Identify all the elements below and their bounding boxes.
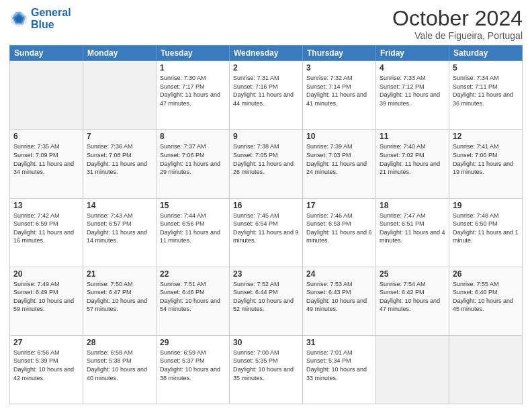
day-number: 5 bbox=[453, 63, 519, 73]
day-number: 7 bbox=[87, 132, 152, 141]
table-row: 22Sunrise: 7:51 AM Sunset: 6:46 PM Dayli… bbox=[157, 267, 230, 335]
table-row: 8Sunrise: 7:37 AM Sunset: 7:06 PM Daylig… bbox=[157, 130, 230, 198]
day-number: 26 bbox=[453, 269, 519, 279]
table-row: 3Sunrise: 7:32 AM Sunset: 7:14 PM Daylig… bbox=[303, 61, 376, 130]
title-block: October 2024 Vale de Figueira, Portugal bbox=[392, 7, 523, 41]
day-info: Sunrise: 6:56 AM Sunset: 5:39 PM Dayligh… bbox=[13, 349, 79, 382]
day-info: Sunrise: 7:44 AM Sunset: 6:56 PM Dayligh… bbox=[160, 212, 226, 245]
table-row: 11Sunrise: 7:40 AM Sunset: 7:02 PM Dayli… bbox=[376, 130, 449, 198]
logo: General Blue bbox=[9, 7, 71, 30]
day-number: 24 bbox=[306, 269, 372, 279]
table-row: 19Sunrise: 7:48 AM Sunset: 6:50 PM Dayli… bbox=[449, 198, 523, 267]
table-row: 24Sunrise: 7:53 AM Sunset: 6:43 PM Dayli… bbox=[303, 267, 376, 335]
week-row-1: 1Sunrise: 7:30 AM Sunset: 7:17 PM Daylig… bbox=[10, 61, 523, 130]
day-info: Sunrise: 7:47 AM Sunset: 6:51 PM Dayligh… bbox=[380, 212, 445, 245]
page: General Blue October 2024 Vale de Figuei… bbox=[0, 0, 532, 411]
day-info: Sunrise: 7:31 AM Sunset: 7:16 PM Dayligh… bbox=[233, 74, 299, 107]
day-info: Sunrise: 7:46 AM Sunset: 6:53 PM Dayligh… bbox=[306, 212, 372, 245]
day-info: Sunrise: 7:52 AM Sunset: 6:44 PM Dayligh… bbox=[233, 280, 299, 314]
day-number: 28 bbox=[87, 338, 152, 347]
day-number: 12 bbox=[453, 132, 519, 141]
header-sunday: Sunday bbox=[10, 46, 83, 61]
logo-text: General Blue bbox=[31, 7, 71, 30]
table-row: 30Sunrise: 7:00 AM Sunset: 5:35 PM Dayli… bbox=[230, 335, 303, 404]
day-number: 16 bbox=[233, 201, 299, 210]
day-number: 8 bbox=[160, 132, 226, 141]
day-info: Sunrise: 7:45 AM Sunset: 6:54 PM Dayligh… bbox=[233, 212, 299, 245]
table-row: 26Sunrise: 7:55 AM Sunset: 6:40 PM Dayli… bbox=[449, 267, 523, 335]
day-info: Sunrise: 7:34 AM Sunset: 7:11 PM Dayligh… bbox=[453, 74, 519, 107]
day-number: 18 bbox=[380, 201, 445, 210]
table-row: 15Sunrise: 7:44 AM Sunset: 6:56 PM Dayli… bbox=[157, 198, 230, 267]
day-info: Sunrise: 7:33 AM Sunset: 7:12 PM Dayligh… bbox=[380, 74, 445, 107]
day-info: Sunrise: 7:53 AM Sunset: 6:43 PM Dayligh… bbox=[306, 280, 372, 314]
day-number: 17 bbox=[306, 201, 372, 210]
week-row-3: 13Sunrise: 7:42 AM Sunset: 6:59 PM Dayli… bbox=[10, 198, 523, 267]
day-info: Sunrise: 7:51 AM Sunset: 6:46 PM Dayligh… bbox=[160, 280, 226, 314]
day-info: Sunrise: 7:36 AM Sunset: 7:08 PM Dayligh… bbox=[87, 142, 152, 176]
day-info: Sunrise: 6:59 AM Sunset: 5:37 PM Dayligh… bbox=[160, 349, 226, 382]
table-row bbox=[83, 61, 157, 130]
week-row-5: 27Sunrise: 6:56 AM Sunset: 5:39 PM Dayli… bbox=[10, 335, 523, 404]
calendar-subtitle: Vale de Figueira, Portugal bbox=[392, 30, 523, 41]
table-row: 20Sunrise: 7:49 AM Sunset: 6:49 PM Dayli… bbox=[10, 267, 83, 335]
header-wednesday: Wednesday bbox=[230, 46, 303, 61]
header: General Blue October 2024 Vale de Figuei… bbox=[9, 7, 523, 41]
table-row: 2Sunrise: 7:31 AM Sunset: 7:16 PM Daylig… bbox=[230, 61, 303, 130]
table-row: 1Sunrise: 7:30 AM Sunset: 7:17 PM Daylig… bbox=[157, 61, 230, 130]
table-row: 21Sunrise: 7:50 AM Sunset: 6:47 PM Dayli… bbox=[83, 267, 157, 335]
table-row bbox=[449, 335, 523, 404]
day-info: Sunrise: 7:40 AM Sunset: 7:02 PM Dayligh… bbox=[380, 142, 445, 176]
table-row: 7Sunrise: 7:36 AM Sunset: 7:08 PM Daylig… bbox=[83, 130, 157, 198]
day-number: 29 bbox=[160, 338, 226, 347]
day-number: 21 bbox=[87, 269, 152, 279]
table-row: 9Sunrise: 7:38 AM Sunset: 7:05 PM Daylig… bbox=[230, 130, 303, 198]
day-number: 19 bbox=[453, 201, 519, 210]
day-info: Sunrise: 7:50 AM Sunset: 6:47 PM Dayligh… bbox=[87, 280, 152, 314]
day-info: Sunrise: 7:42 AM Sunset: 6:59 PM Dayligh… bbox=[13, 212, 79, 245]
day-info: Sunrise: 6:58 AM Sunset: 5:38 PM Dayligh… bbox=[87, 349, 152, 382]
table-row: 25Sunrise: 7:54 AM Sunset: 6:42 PM Dayli… bbox=[376, 267, 449, 335]
table-row: 4Sunrise: 7:33 AM Sunset: 7:12 PM Daylig… bbox=[376, 61, 449, 130]
logo-icon bbox=[9, 9, 28, 28]
day-number: 23 bbox=[233, 269, 299, 279]
table-row: 29Sunrise: 6:59 AM Sunset: 5:37 PM Dayli… bbox=[157, 335, 230, 404]
header-thursday: Thursday bbox=[303, 46, 376, 61]
header-saturday: Saturday bbox=[449, 46, 523, 61]
table-row: 18Sunrise: 7:47 AM Sunset: 6:51 PM Dayli… bbox=[376, 198, 449, 267]
day-number: 6 bbox=[13, 132, 79, 141]
day-number: 27 bbox=[13, 338, 79, 347]
day-number: 9 bbox=[233, 132, 299, 141]
calendar-title: October 2024 bbox=[392, 7, 523, 30]
header-monday: Monday bbox=[83, 46, 157, 61]
day-number: 15 bbox=[160, 201, 226, 210]
day-number: 22 bbox=[160, 269, 226, 279]
day-number: 3 bbox=[306, 63, 372, 73]
calendar-header-row: Sunday Monday Tuesday Wednesday Thursday… bbox=[10, 46, 523, 61]
day-info: Sunrise: 7:00 AM Sunset: 5:35 PM Dayligh… bbox=[233, 349, 299, 382]
table-row: 10Sunrise: 7:39 AM Sunset: 7:03 PM Dayli… bbox=[303, 130, 376, 198]
day-number: 25 bbox=[380, 269, 445, 279]
table-row: 13Sunrise: 7:42 AM Sunset: 6:59 PM Dayli… bbox=[10, 198, 83, 267]
logo-line2: Blue bbox=[31, 19, 54, 30]
table-row: 23Sunrise: 7:52 AM Sunset: 6:44 PM Dayli… bbox=[230, 267, 303, 335]
table-row: 16Sunrise: 7:45 AM Sunset: 6:54 PM Dayli… bbox=[230, 198, 303, 267]
week-row-2: 6Sunrise: 7:35 AM Sunset: 7:09 PM Daylig… bbox=[10, 130, 523, 198]
day-info: Sunrise: 7:48 AM Sunset: 6:50 PM Dayligh… bbox=[453, 212, 519, 245]
logo-line1: General bbox=[31, 7, 71, 18]
day-info: Sunrise: 7:35 AM Sunset: 7:09 PM Dayligh… bbox=[13, 142, 79, 176]
day-number: 10 bbox=[306, 132, 372, 141]
table-row: 6Sunrise: 7:35 AM Sunset: 7:09 PM Daylig… bbox=[10, 130, 83, 198]
day-info: Sunrise: 7:01 AM Sunset: 5:34 PM Dayligh… bbox=[306, 349, 372, 382]
day-info: Sunrise: 7:43 AM Sunset: 6:57 PM Dayligh… bbox=[87, 212, 152, 245]
day-number: 20 bbox=[13, 269, 79, 279]
day-info: Sunrise: 7:32 AM Sunset: 7:14 PM Dayligh… bbox=[306, 74, 372, 107]
day-info: Sunrise: 7:37 AM Sunset: 7:06 PM Dayligh… bbox=[160, 142, 226, 176]
header-friday: Friday bbox=[376, 46, 449, 61]
day-info: Sunrise: 7:41 AM Sunset: 7:00 PM Dayligh… bbox=[453, 142, 519, 176]
day-info: Sunrise: 7:38 AM Sunset: 7:05 PM Dayligh… bbox=[233, 142, 299, 176]
day-number: 4 bbox=[380, 63, 445, 73]
calendar-table: Sunday Monday Tuesday Wednesday Thursday… bbox=[9, 45, 523, 404]
day-number: 14 bbox=[87, 201, 152, 210]
day-info: Sunrise: 7:49 AM Sunset: 6:49 PM Dayligh… bbox=[13, 280, 79, 314]
